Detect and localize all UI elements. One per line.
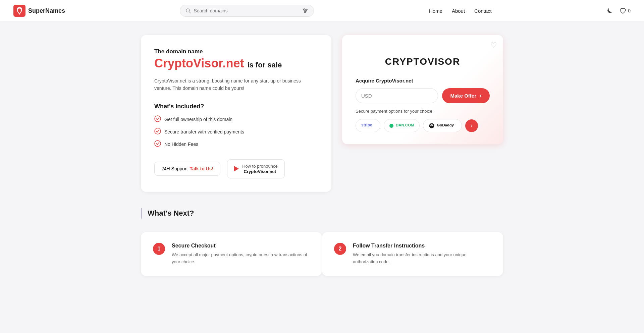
search-input[interactable] <box>194 8 300 13</box>
feature-text-3: No Hidden Fees <box>164 142 198 147</box>
offer-row: Make Offer › <box>356 88 490 103</box>
logo-icon <box>13 5 25 17</box>
domain-logo-block: CRYPTOVISOR <box>356 47 490 78</box>
nav-home[interactable]: Home <box>429 8 442 14</box>
support-label: 24H Support <box>161 166 188 171</box>
left-panel: The domain name CryptoVisor.net is for s… <box>141 35 331 192</box>
pronounce-domain: CryptoVisor.net <box>242 169 278 174</box>
divider-bar <box>141 208 142 219</box>
stripe-label: stripe <box>361 122 375 129</box>
check-icon-3 <box>154 140 161 149</box>
logo-text: SuperNames <box>28 7 65 14</box>
top-section: The domain name CryptoVisor.net is for s… <box>141 35 503 192</box>
navbar: SuperNames Home About Contact <box>0 0 644 21</box>
wishlist-button[interactable]: 0 <box>619 7 631 14</box>
feature-item-3: No Hidden Fees <box>154 140 318 149</box>
domain-name: CryptoVisor.net <box>154 56 244 70</box>
svg-point-13 <box>389 124 393 128</box>
action-row: 24H Support Talk to Us! How to pronounce… <box>154 159 318 178</box>
whats-included-title: What's Included? <box>154 103 318 110</box>
make-offer-button[interactable]: Make Offer › <box>442 88 490 103</box>
svg-text:GoDaddy: GoDaddy <box>437 123 454 127</box>
heart-button[interactable]: ♡ <box>490 41 497 50</box>
steps-grid: 1 Secure Checkout We accept all major pa… <box>141 232 503 276</box>
offer-card: ♡ CRYPTOVISOR Acquire CryptoVisor.net Ma… <box>342 35 503 144</box>
talk-label: Talk to Us! <box>190 166 214 171</box>
feature-item-2: Secure transfer with verified payments <box>154 128 318 136</box>
feature-list: Get full ownership of this domain Secure… <box>154 115 318 149</box>
svg-line-2 <box>189 12 191 13</box>
nav-links: Home About Contact <box>429 8 492 14</box>
next-payment-button[interactable]: › <box>465 119 478 132</box>
step-2-card: 2 Follow Transfer Instructions We email … <box>322 232 503 276</box>
godaddy-label: GoDaddy <box>437 122 456 129</box>
dan-label: DAN.COM <box>395 122 414 129</box>
feature-text-2: Secure transfer with verified payments <box>164 129 244 134</box>
step-1-title: Secure Checkout <box>172 243 310 249</box>
step-1-card: 1 Secure Checkout We accept all major pa… <box>141 232 322 276</box>
check-icon-1 <box>154 115 161 124</box>
logo[interactable]: SuperNames <box>13 5 65 17</box>
main-content: The domain name CryptoVisor.net is for s… <box>121 21 523 289</box>
for-sale-text: is for sale <box>247 61 282 69</box>
check-icon-2 <box>154 128 161 136</box>
search-bar <box>180 5 314 17</box>
search-icon <box>185 8 191 13</box>
nav-contact[interactable]: Contact <box>474 8 492 14</box>
section-divider: What's Next? <box>141 208 503 219</box>
godaddy-badge: GoDaddy <box>423 119 462 132</box>
domain-name-row: CryptoVisor.net is for sale <box>154 56 318 70</box>
payment-logos: stripe DAN.COM <box>356 119 490 132</box>
feature-text-1: Get full ownership of this domain <box>164 117 232 122</box>
step-2-number: 2 <box>334 243 346 255</box>
svg-rect-16 <box>430 125 433 126</box>
feature-item-1: Get full ownership of this domain <box>154 115 318 124</box>
svg-point-9 <box>155 116 161 122</box>
svg-point-10 <box>155 128 161 134</box>
step-1-desc: We accept all major payment options, cry… <box>172 252 310 266</box>
step-1-content: Secure Checkout We accept all major paym… <box>172 243 310 266</box>
svg-point-6 <box>304 9 305 10</box>
pronounce-button[interactable]: How to pronounce CryptoVisor.net <box>227 159 285 178</box>
svg-point-8 <box>304 11 306 13</box>
secure-text: Secure payment options for your choice: <box>356 109 490 114</box>
svg-text:stripe: stripe <box>361 123 372 127</box>
step-2-content: Follow Transfer Instructions We email yo… <box>353 243 491 266</box>
usd-input[interactable] <box>356 88 438 103</box>
make-offer-label: Make Offer <box>450 93 476 99</box>
whats-next-section: What's Next? 1 Secure Checkout We accept… <box>141 208 503 276</box>
pronounce-prefix: How to pronounce <box>242 164 278 169</box>
dan-badge: DAN.COM <box>384 119 420 132</box>
nav-actions: 0 <box>606 7 631 14</box>
acquire-label: Acquire CryptoVisor.net <box>356 78 490 84</box>
svg-point-11 <box>155 141 161 147</box>
stripe-badge: stripe <box>356 119 380 132</box>
pronounce-text: How to pronounce CryptoVisor.net <box>242 164 278 174</box>
step-1-number: 1 <box>153 243 165 255</box>
arrow-icon: › <box>480 92 482 99</box>
wishlist-count: 0 <box>628 8 631 13</box>
nav-about[interactable]: About <box>452 8 465 14</box>
step-2-title: Follow Transfer Instructions <box>353 243 491 249</box>
domain-description: CryptoVisor.net is a strong, boosting na… <box>154 77 318 92</box>
section-title: What's Next? <box>148 209 194 218</box>
filter-button[interactable] <box>302 8 308 14</box>
play-icon <box>234 166 239 171</box>
svg-text:DAN.COM: DAN.COM <box>396 123 414 127</box>
dark-mode-toggle[interactable] <box>606 7 613 14</box>
domain-logo-title: CRYPTOVISOR <box>356 56 490 67</box>
support-button[interactable]: 24H Support Talk to Us! <box>154 162 220 176</box>
svg-point-7 <box>305 10 307 11</box>
domain-label: The domain name <box>154 48 318 55</box>
step-2-desc: We email you domain transfer instruction… <box>353 252 491 266</box>
